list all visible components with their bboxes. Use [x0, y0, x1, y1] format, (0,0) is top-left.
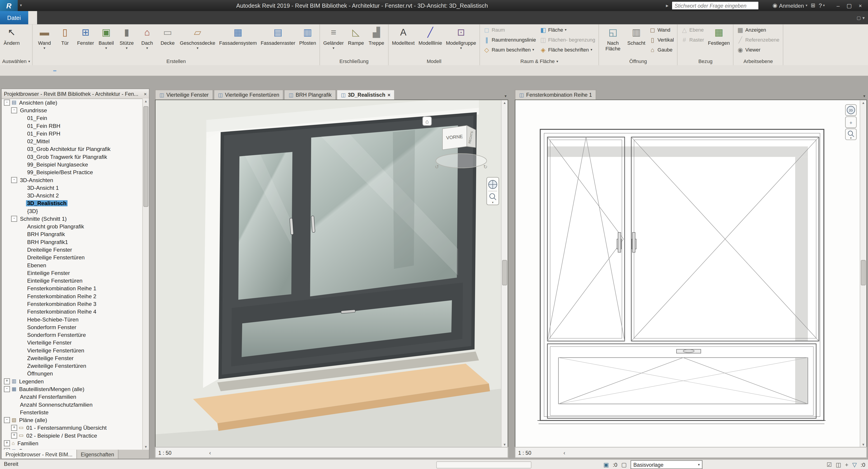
- tree-item[interactable]: + ▭ 01 - Fenstersammlung Übersicht: [2, 424, 143, 431]
- scroll-left-icon[interactable]: ‹: [563, 449, 565, 456]
- tree-item[interactable]: + ⊡ Gruppen: [2, 447, 143, 449]
- expander-icon[interactable]: -: [4, 386, 10, 392]
- ribbon-button[interactable]: # Raster: [679, 35, 706, 45]
- ribbon-tab[interactable]: [125, 11, 134, 24]
- tree-item[interactable]: + ▭ 02 - Beispiele / Best Practice: [2, 432, 143, 439]
- ribbon-button[interactable]: △ Ebene: [679, 25, 706, 35]
- app-store-icon[interactable]: ⊞: [811, 2, 815, 9]
- expander-icon[interactable]: +: [11, 432, 17, 438]
- tree-item[interactable]: 99_Beispiel Nurglasecke: [2, 160, 143, 168]
- tree-item[interactable]: Zweiteilige Fenster: [2, 354, 143, 362]
- tree-item[interactable]: Einteilige Fenster: [2, 269, 143, 276]
- ribbon-button[interactable]: ◻ Raum: [482, 25, 537, 35]
- ribbon-button[interactable]: ◱ Nach Fläche: [601, 25, 625, 57]
- drawing-area-elevation-view[interactable]: 2D + ▾ ▲ ▼: [515, 100, 867, 448]
- app-menu-caret-icon[interactable]: ▾: [18, 3, 24, 8]
- expander-icon[interactable]: -: [11, 107, 17, 113]
- tree-item[interactable]: 03_Grob Architektur für Plangrafik: [2, 145, 143, 153]
- ribbon-button[interactable]: ◫ Flächen- begrenzung: [538, 35, 597, 45]
- project-browser-title[interactable]: Projektbrowser - Revit BIM Bibliothek - …: [2, 89, 149, 99]
- tree-item[interactable]: Zweiteilige Fenstertüren: [2, 362, 143, 369]
- tree-item[interactable]: 03_Grob Tragwerk für Plangrafik: [2, 153, 143, 160]
- tree-item[interactable]: Öffnungen: [2, 370, 143, 377]
- festlegen-button[interactable]: ▦ Festlegen: [706, 25, 732, 57]
- ribbon-button[interactable]: ⌂ Gaube: [648, 45, 676, 55]
- vertical-scrollbar[interactable]: ▲ ▼: [860, 100, 866, 447]
- editable-only-icon[interactable]: ☑: [827, 461, 832, 468]
- tree-item[interactable]: Sonderform Fenstertüre: [2, 331, 143, 338]
- view-tab[interactable]: ◫ 3D_Realistisch ×: [336, 90, 395, 100]
- ribbon-tab[interactable]: [28, 11, 37, 24]
- tree-item[interactable]: - ▧ Pläne (alle): [2, 416, 143, 424]
- tree-item[interactable]: Sonderform Fenster: [2, 323, 143, 331]
- expander-icon[interactable]: -: [4, 417, 10, 423]
- scale-button[interactable]: 1 : 50: [158, 449, 173, 456]
- close-view-icon[interactable]: ×: [388, 92, 391, 98]
- search-input[interactable]: [672, 1, 759, 10]
- tree-item[interactable]: Ansicht grob Plangrafik: [2, 222, 143, 230]
- ribbon-button[interactable]: ◧ Fläche ▾: [538, 25, 597, 35]
- close-button[interactable]: ×: [855, 0, 866, 11]
- ribbon-tab[interactable]: [72, 11, 81, 24]
- navigation-bar[interactable]: 2D + ▾: [845, 105, 857, 140]
- filter-icon[interactable]: ▽: [852, 461, 857, 468]
- ribbon-tab[interactable]: [90, 11, 99, 24]
- tree-item[interactable]: BRH Plangrafik1: [2, 238, 143, 245]
- revit-logo-icon[interactable]: R: [0, 0, 18, 11]
- restore-button[interactable]: ▢: [844, 0, 855, 11]
- view-tab[interactable]: ◫ Fensterkombination Reihe 1: [515, 90, 596, 100]
- view-tab[interactable]: ◫ BRH Plangrafik: [284, 90, 336, 100]
- tree-item[interactable]: Vierteilige Fenster: [2, 338, 143, 346]
- tab-datei[interactable]: Datei: [0, 11, 28, 24]
- ribbon-button[interactable]: ◺ Rampe: [346, 25, 366, 57]
- panel-label-raum-flaeche[interactable]: Raum & Fläche▾: [480, 58, 598, 65]
- tree-item[interactable]: - ▤ Ansichten (alle): [2, 99, 143, 106]
- browser-panel-tab[interactable]: Eigenschaften: [77, 450, 119, 459]
- ribbon-button[interactable]: ◇ Raum beschriften ▾: [482, 45, 537, 55]
- ribbon-button[interactable]: ▬ Wand ▾: [35, 25, 55, 57]
- tree-item[interactable]: 02_Mittel: [2, 137, 143, 145]
- tree-item[interactable]: 01_Fein RBH: [2, 122, 143, 129]
- vertical-scrollbar[interactable]: ▲ ▼: [142, 99, 149, 450]
- tree-item[interactable]: Fensterkombination Reihe 2: [2, 292, 143, 300]
- close-icon[interactable]: ×: [144, 91, 147, 97]
- ribbon-button[interactable]: ⊡ Modellgruppe ▾: [444, 25, 478, 57]
- ribbon-display-caret-icon[interactable]: ▾: [863, 15, 865, 20]
- tree-item[interactable]: Fensterkombination Reihe 3: [2, 300, 143, 307]
- drawing-area-3d-view[interactable]: VORNE RECHTS ⌂ ↺ ↻ ▾: [155, 100, 508, 448]
- navigation-bar[interactable]: ▾: [487, 177, 499, 205]
- ribbon-tab[interactable]: [117, 11, 125, 24]
- tree-item[interactable]: Vierteilige Fenstertüren: [2, 346, 143, 354]
- expander-icon[interactable]: -: [11, 215, 17, 222]
- expander-icon[interactable]: -: [4, 99, 10, 105]
- tree-item[interactable]: + ⌂ Familien: [2, 439, 143, 447]
- ribbon-button[interactable]: ▮ Stütze ▾: [117, 25, 136, 57]
- scroll-left-icon[interactable]: ‹: [209, 449, 211, 456]
- ribbon-button[interactable]: ▥ Schacht: [626, 25, 647, 57]
- tree-item[interactable]: - Schnitte (Schnitt 1): [2, 214, 143, 222]
- tree-item[interactable]: 3D-Ansicht 1: [2, 184, 143, 191]
- ribbon-button[interactable]: ╱ Modelllinie: [417, 25, 444, 57]
- ribbon-tab[interactable]: [161, 11, 169, 24]
- ribbon-tab[interactable]: [37, 11, 46, 24]
- design-option-select[interactable]: Basisvorlage ▾: [630, 460, 703, 469]
- signin-button[interactable]: ◉ Anmelden ▾: [773, 2, 807, 9]
- ribbon-button[interactable]: A Modelltext: [390, 25, 416, 57]
- ribbon-button[interactable]: ▭ Decke: [158, 25, 178, 57]
- infocenter-collapse-icon[interactable]: ▸: [666, 3, 668, 8]
- ribbon-button[interactable]: ╱ Referenzebene: [735, 35, 781, 45]
- ribbon-button[interactable]: ▤ Fassadenraster: [259, 25, 297, 57]
- tree-item[interactable]: 99_Beispiele/Best Practice: [2, 168, 143, 176]
- tree-item[interactable]: Hebe-Schiebe-Türen: [2, 315, 143, 323]
- tree-item[interactable]: 3D_Realistisch: [2, 199, 143, 207]
- ribbon-tab[interactable]: [134, 11, 143, 24]
- ribbon-button[interactable]: ▱ Geschossdecke ▾: [178, 25, 217, 57]
- design-options-icon[interactable]: ▢: [621, 461, 627, 468]
- ribbon-tab[interactable]: [99, 11, 107, 24]
- scale-button[interactable]: 1 : 50: [518, 449, 533, 456]
- tree-item[interactable]: 01_Fein: [2, 114, 143, 122]
- ribbon-button[interactable]: ≡ Geländer ▾: [321, 25, 345, 57]
- vertical-scrollbar[interactable]: ▲ ▼: [501, 100, 507, 447]
- ribbon-tab[interactable]: [179, 11, 187, 24]
- view-tab[interactable]: ◫ Vierteilige Fenster: [155, 90, 213, 100]
